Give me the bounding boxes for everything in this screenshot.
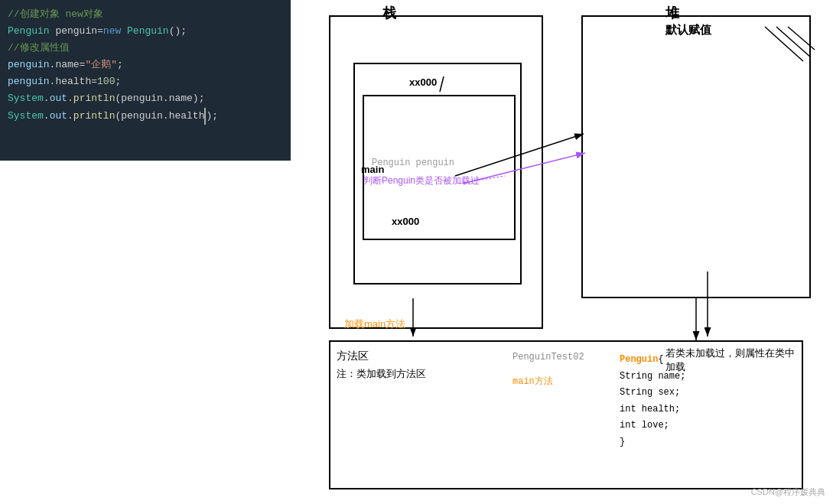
stack-penguin-var: Penguin penguin	[372, 158, 454, 168]
stack-xx000-bottom: xx000	[392, 216, 419, 227]
main-method-label: main方法	[512, 375, 553, 388]
check-annotation: 判断Penguin类是否被加载过	[363, 174, 480, 187]
code-line-7: System.out.println(penguin.health );	[8, 108, 283, 125]
code-line-3: //修改属性值	[8, 40, 283, 57]
stack-xx000-top: xx000	[409, 76, 437, 88]
diagram-area: 栈 main Penguin penguin xx000 xx000 加载mai…	[291, 0, 833, 504]
penguin-field-2: String sex;	[620, 385, 685, 402]
penguin-class-close: }	[620, 434, 685, 451]
method-area-label: 方法区	[337, 350, 369, 363]
penguintest-label: PenguinTest02	[512, 352, 584, 363]
penguin-field-3: int health;	[620, 402, 685, 418]
code-line-2: Penguin penguin=new Penguin();	[8, 23, 283, 40]
if-not-loaded-annotation: 若类未加载过，则属性在类中 加载	[665, 346, 795, 374]
code-panel: //创建对象 new对象 Penguin penguin=new Penguin…	[0, 0, 291, 161]
code-line-4: penguin.name="企鹅";	[8, 57, 283, 73]
load-main-label: 加载main方法	[344, 317, 405, 331]
code-line-6: System.out.println(penguin.name);	[8, 90, 283, 107]
method-area-note: 注：类加载到方法区	[337, 367, 426, 381]
code-line-1: //创建对象 new对象	[8, 6, 283, 23]
stack-frame-outer: main Penguin penguin	[353, 63, 522, 285]
stack-frame-inner: Penguin penguin	[363, 95, 516, 240]
stack-box: main Penguin penguin xx000	[329, 15, 543, 329]
watermark: CSDN@程序媛典典	[751, 486, 825, 498]
penguin-field-4: int love;	[620, 418, 685, 434]
code-line-5: penguin.health=100;	[8, 73, 283, 90]
heap-box: new Penguin() 企鹅 String name; null Strin…	[581, 15, 811, 298]
